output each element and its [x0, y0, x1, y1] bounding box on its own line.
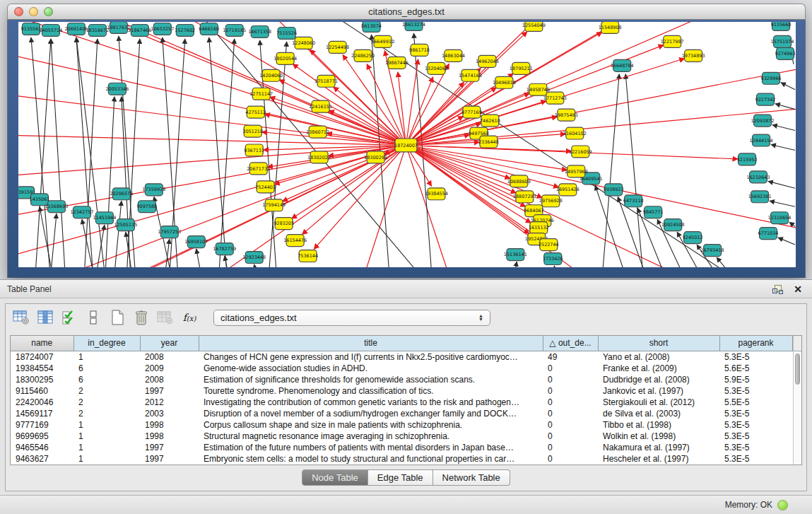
table-select[interactable]: citations_edges.txt ▲▼: [213, 310, 490, 326]
graph-node[interactable]: 12310654: [768, 212, 792, 224]
graph-node[interactable]: 12923448: [242, 252, 266, 264]
graph-node[interactable]: 11568693: [45, 201, 68, 213]
graph-node[interactable]: 3215953: [737, 153, 758, 165]
graph-node[interactable]: 17594149: [262, 199, 286, 211]
table-row[interactable]: 946362711997Embryonic stem cells: a mode…: [11, 453, 792, 465]
graph-node[interactable]: 12416151: [309, 100, 332, 112]
graph-edge-black[interactable]: [771, 145, 795, 151]
graph-node[interactable]: 3051210: [242, 125, 263, 137]
graph-edge-red[interactable]: [406, 59, 418, 146]
column-header-short[interactable]: short: [598, 336, 719, 351]
graph-edge-black[interactable]: [770, 201, 795, 206]
graph-node[interactable]: 18302022: [307, 151, 331, 163]
column-header-pagerank[interactable]: pagerank: [719, 336, 792, 351]
graph-node[interactable]: 20053346: [105, 83, 129, 95]
graph-node[interactable]: 1615132: [529, 222, 549, 234]
graph-node[interactable]: 6473118: [623, 195, 644, 207]
graph-edge-black[interactable]: [768, 181, 795, 188]
graph-node[interactable]: 18316672: [86, 24, 109, 36]
graph-edge-red[interactable]: [406, 22, 739, 145]
graph-node[interactable]: 12093872: [751, 115, 775, 127]
graph-edge-red[interactable]: [274, 145, 406, 184]
graph-node[interactable]: 12751147: [249, 88, 273, 100]
table-row[interactable]: 1938455462009Genome-wide association stu…: [11, 363, 792, 374]
graph-node[interactable]: 18020544: [273, 52, 297, 64]
graph-node[interactable]: 16782759: [213, 243, 236, 255]
graph-node[interactable]: 9097588: [136, 201, 157, 213]
graph-node[interactable]: 9777169: [461, 106, 482, 118]
graph-node[interactable]: 9861718: [409, 44, 430, 56]
graph-node[interactable]: 16951426: [556, 184, 579, 196]
graph-node[interactable]: 11604102: [563, 127, 587, 139]
close-panel-icon[interactable]: ✕: [794, 284, 802, 294]
graph-node[interactable]: 1527602: [175, 24, 195, 36]
graph-node[interactable]: 20671731: [247, 163, 270, 175]
row-height-button[interactable]: [83, 308, 103, 327]
graph-node[interactable]: 12444154: [750, 134, 773, 146]
delete-table-button[interactable]: [155, 308, 175, 327]
graph-node[interactable]: 8613074: [361, 22, 382, 32]
graph-node[interactable]: 15751074: [771, 35, 794, 47]
graph-node[interactable]: 12216059: [569, 146, 592, 158]
graph-node[interactable]: 19384554: [425, 188, 448, 200]
graph-node[interactable]: 1733426: [543, 253, 563, 265]
table-row[interactable]: 1830029562008Estimation of significance …: [11, 374, 792, 385]
graph-edge-black[interactable]: [47, 214, 57, 267]
column-header-out-de-[interactable]: △ out_de...: [543, 336, 598, 351]
close-window-button[interactable]: [14, 7, 23, 16]
graph-edge-red[interactable]: [406, 145, 543, 197]
graph-node[interactable]: 12505135: [114, 219, 137, 231]
graph-edge-black[interactable]: [254, 264, 266, 267]
graph-node[interactable]: 19875493: [555, 109, 578, 121]
graph-node[interactable]: 12217987: [661, 35, 684, 47]
graph-node[interactable]: 19867446: [385, 57, 408, 69]
graph-edge-black[interactable]: [781, 83, 795, 90]
graph-edge-black[interactable]: [789, 222, 795, 226]
graph-node[interactable]: 9135561: [21, 23, 42, 35]
graph-node[interactable]: 9245012: [683, 232, 703, 244]
graph-node[interactable]: 7515526: [276, 27, 297, 39]
graph-node[interactable]: 20691406: [64, 23, 88, 35]
column-header-name[interactable]: name: [11, 336, 73, 351]
graph-node[interactable]: 11548908: [599, 22, 622, 33]
graph-node[interactable]: 20206576: [110, 188, 133, 200]
tab-node-table[interactable]: Node Table: [302, 469, 368, 486]
graph-edge-black[interactable]: [33, 39, 51, 267]
graph-node[interactable]: 16154476: [283, 235, 307, 247]
graph-node[interactable]: 21867466: [128, 24, 151, 36]
graph-node[interactable]: 9227342: [755, 93, 776, 105]
graph-node[interactable]: 10688609: [507, 175, 531, 187]
new-column-button[interactable]: [107, 308, 127, 327]
column-header-in-degree[interactable]: in_degree: [73, 336, 140, 351]
graph-node[interactable]: 6466160: [199, 23, 219, 35]
graph-node[interactable]: 11451944: [93, 212, 116, 224]
graph-node[interactable]: 13204068: [425, 62, 448, 74]
graph-node[interactable]: 14204060: [259, 69, 283, 81]
graph-node[interactable]: 9329966: [761, 72, 782, 84]
graph-node[interactable]: 15474168: [459, 69, 482, 81]
graph-node[interactable]: 10924508: [661, 219, 685, 231]
graph-node[interactable]: 15136141: [504, 249, 527, 261]
graph-node[interactable]: 9283205: [273, 218, 294, 230]
scrollbar-thumb[interactable]: [795, 354, 801, 385]
graph-node[interactable]: 9367131: [244, 144, 264, 156]
graph-hub-node[interactable]: 18724007: [394, 139, 418, 152]
graph-edge-black[interactable]: [31, 37, 54, 267]
tab-network-table[interactable]: Network Table: [433, 469, 510, 486]
graph-edge-black[interactable]: [554, 266, 563, 267]
graph-node[interactable]: 9274963: [775, 47, 796, 59]
graph-node[interactable]: 17359928: [142, 184, 165, 196]
graph-node[interactable]: 16210643: [747, 171, 770, 183]
graph-node[interactable]: 15692391: [748, 191, 772, 203]
graph-node[interactable]: 8938923: [604, 184, 624, 196]
graph-edge-black[interactable]: [505, 262, 517, 267]
network-canvas[interactable]: 9135561240557242069140618316672198176312…: [18, 22, 796, 267]
graph-node[interactable]: 7524403: [255, 181, 276, 193]
graph-node[interactable]: 9135660: [771, 22, 792, 30]
graph-node[interactable]: 2522744: [539, 239, 559, 251]
graph-edge-red[interactable]: [406, 145, 510, 178]
graph-edge-black[interactable]: [772, 125, 795, 131]
graph-node[interactable]: 12248060: [292, 37, 315, 49]
network-window-titlebar[interactable]: citations_edges.txt: [7, 4, 806, 20]
vertical-scrollbar[interactable]: [793, 336, 802, 465]
